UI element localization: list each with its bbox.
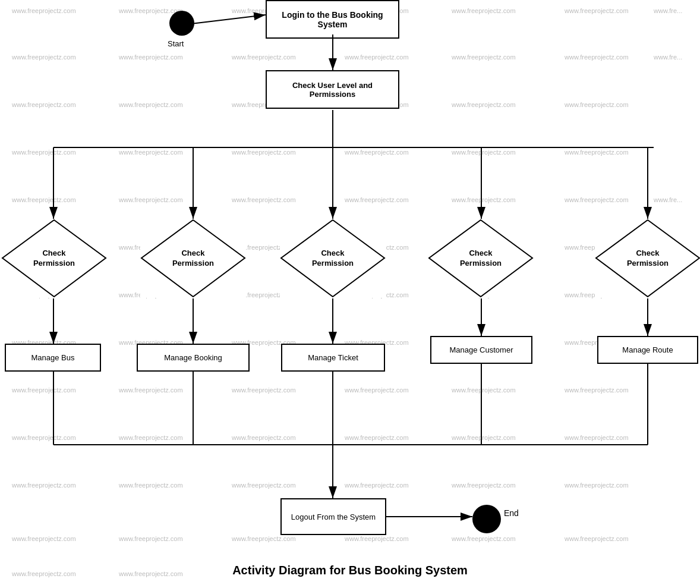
watermark: www.freeprojectz.com [232,149,296,156]
watermark: www.freeprojectz.com [232,482,296,489]
end-circle [472,505,501,533]
manage-ticket-node: Manage Ticket [281,344,385,372]
check-permission-3-node: CheckPermission [280,219,386,298]
watermark: www.freeprojectz.com [12,386,76,394]
watermark: www.fre... [654,54,682,61]
watermark: www.freeprojectz.com [565,535,629,542]
watermark: www.freeprojectz.com [12,101,76,108]
check-permission-4-node: CheckPermission [428,219,534,298]
watermark: www.freeprojectz.com [452,434,516,441]
watermark: www.freeprojectz.com [565,54,629,61]
watermark: www.freeprojectz.com [119,149,183,156]
watermark: www.freeprojectz.com [565,149,629,156]
watermark: www.freeprojectz.com [12,434,76,441]
watermark: www.freeprojectz.com [452,535,516,542]
watermark: www.freeprojectz.com [452,54,516,61]
watermark: www.freeprojectz.com [119,196,183,203]
check-user-level-node: Check User Level and Permissions [266,70,399,109]
watermark: www.freeprojectz.com [345,535,409,542]
watermark: www.freeprojectz.com [452,101,516,108]
end-label: End [504,508,519,518]
watermark: www.freeprojectz.com [119,434,183,441]
watermark: www.freeprojectz.com [565,196,629,203]
watermark: www.freeprojectz.com [452,7,516,14]
watermark: www.freeprojectz.com [232,54,296,61]
watermark: www.freeprojectz.com [345,196,409,203]
watermark: www.freeprojectz.com [565,482,629,489]
watermark: www.freeprojectz.com [565,434,629,441]
logout-node: Logout From the System [280,498,386,535]
watermark: www.freeprojectz.com [12,196,76,203]
watermark: www.freeprojectz.com [12,482,76,489]
diagram-title: Activity Diagram for Bus Booking System [0,564,700,577]
watermark: www.freeprojectz.com [12,7,76,14]
watermark: www.freeprojectz.com [119,54,183,61]
diagram-container: www.freeprojectz.com www.freeprojectz.co… [0,0,700,588]
watermark: www.freeprojectz.com [232,434,296,441]
manage-customer-node: Manage Customer [430,336,532,364]
watermark: www.freeprojectz.com [565,386,629,394]
watermark: www.freeprojectz.com [452,149,516,156]
watermark: www.freeprojectz.com [565,7,629,14]
watermark: www.freeprojectz.com [345,482,409,489]
manage-bus-node: Manage Bus [5,344,101,372]
watermark: www.freeprojectz.com [452,482,516,489]
watermark: www.freeprojectz.com [232,386,296,394]
watermark: www.freeprojectz.com [345,434,409,441]
start-label: Start [168,39,184,48]
watermark: www.freeprojectz.com [345,54,409,61]
check-permission-1-node: CheckPermission [1,219,107,298]
watermark: www.freeprojectz.com [119,101,183,108]
watermark: www.freeprojectz.com [119,386,183,394]
manage-booking-node: Manage Booking [137,344,250,372]
watermark: www.freeprojectz.com [452,196,516,203]
watermark: www.freeprojectz.com [12,54,76,61]
watermark: www.freeprojectz.com [119,535,183,542]
watermark: www.freeprojectz.com [12,149,76,156]
watermark: www.freeprojectz.com [452,386,516,394]
watermark: www.freeprojectz.com [232,196,296,203]
watermark: www.fre... [654,196,682,203]
watermark: www.freeprojectz.com [232,535,296,542]
check-permission-5-node: CheckPermission [595,219,700,298]
watermark: www.fre... [654,7,682,14]
watermark: www.freeprojectz.com [12,535,76,542]
start-circle [169,11,194,36]
watermark: www.freeprojectz.com [345,149,409,156]
watermark: www.freeprojectz.com [565,101,629,108]
watermark: www.freeprojectz.com [119,482,183,489]
check-permission-2-node: CheckPermission [140,219,246,298]
watermark: www.freeprojectz.com [345,386,409,394]
manage-route-node: Manage Route [597,336,698,364]
login-node: Login to the Bus Booking System [266,0,399,39]
